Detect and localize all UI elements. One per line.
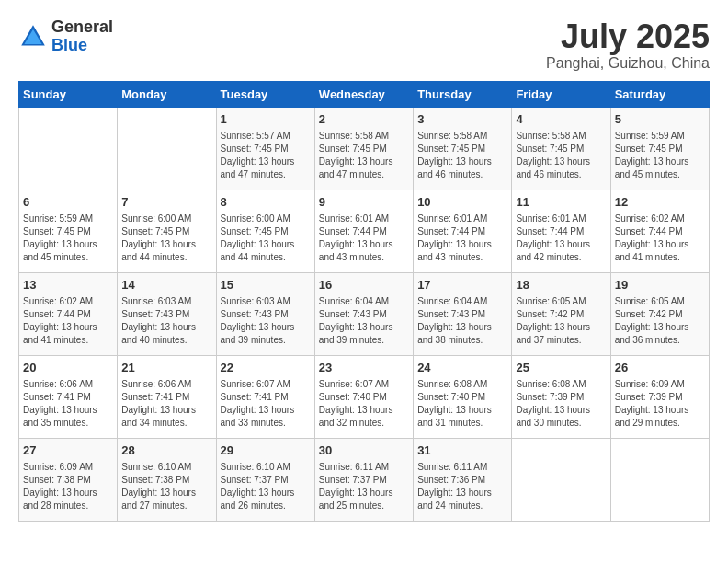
day-cell: 18Sunrise: 6:05 AM Sunset: 7:42 PM Dayli… <box>512 272 610 355</box>
day-info: Sunrise: 6:09 AM Sunset: 7:38 PM Dayligh… <box>23 461 113 512</box>
day-cell: 24Sunrise: 6:08 AM Sunset: 7:40 PM Dayli… <box>414 355 512 438</box>
day-number: 16 <box>319 277 409 293</box>
day-cell: 15Sunrise: 6:03 AM Sunset: 7:43 PM Dayli… <box>216 272 314 355</box>
day-info: Sunrise: 6:09 AM Sunset: 7:39 PM Dayligh… <box>615 378 705 430</box>
column-header-thursday: Thursday <box>414 81 512 107</box>
day-info: Sunrise: 6:10 AM Sunset: 7:37 PM Dayligh… <box>221 461 311 512</box>
day-number: 29 <box>221 442 311 459</box>
week-row-4: 20Sunrise: 6:06 AM Sunset: 7:41 PM Dayli… <box>19 355 710 438</box>
column-header-tuesday: Tuesday <box>216 81 314 107</box>
day-cell: 28Sunrise: 6:10 AM Sunset: 7:38 PM Dayli… <box>118 438 216 521</box>
day-cell: 21Sunrise: 6:06 AM Sunset: 7:41 PM Dayli… <box>118 355 216 438</box>
column-header-friday: Friday <box>512 81 610 107</box>
day-info: Sunrise: 6:00 AM Sunset: 7:45 PM Dayligh… <box>221 213 311 264</box>
day-number: 8 <box>221 194 311 211</box>
title-block: July 2025 Panghai, Guizhou, China <box>546 18 710 72</box>
day-number: 18 <box>516 277 606 293</box>
day-number: 14 <box>121 277 211 293</box>
day-number: 4 <box>516 111 606 128</box>
day-number: 28 <box>121 442 211 459</box>
day-number: 3 <box>417 111 507 128</box>
day-cell: 11Sunrise: 6:01 AM Sunset: 7:44 PM Dayli… <box>512 190 610 272</box>
day-cell: 31Sunrise: 6:11 AM Sunset: 7:36 PM Dayli… <box>414 438 512 521</box>
day-info: Sunrise: 6:04 AM Sunset: 7:43 PM Dayligh… <box>319 295 409 347</box>
day-number: 21 <box>121 360 211 376</box>
day-number: 25 <box>516 360 606 376</box>
day-cell <box>118 107 216 190</box>
day-cell: 1Sunrise: 5:57 AM Sunset: 7:45 PM Daylig… <box>216 107 314 190</box>
day-number: 19 <box>615 277 705 293</box>
day-cell: 25Sunrise: 6:08 AM Sunset: 7:39 PM Dayli… <box>512 355 610 438</box>
logo-text: General Blue <box>51 18 113 55</box>
day-info: Sunrise: 5:59 AM Sunset: 7:45 PM Dayligh… <box>615 130 705 181</box>
column-header-wednesday: Wednesday <box>314 81 413 107</box>
day-info: Sunrise: 6:01 AM Sunset: 7:44 PM Dayligh… <box>319 213 409 264</box>
day-number: 26 <box>615 360 705 376</box>
day-info: Sunrise: 6:11 AM Sunset: 7:37 PM Dayligh… <box>319 461 409 512</box>
day-number: 27 <box>23 442 113 459</box>
day-cell: 29Sunrise: 6:10 AM Sunset: 7:37 PM Dayli… <box>216 438 314 521</box>
day-info: Sunrise: 6:00 AM Sunset: 7:45 PM Dayligh… <box>121 213 211 264</box>
day-info: Sunrise: 6:08 AM Sunset: 7:39 PM Dayligh… <box>516 378 606 430</box>
day-info: Sunrise: 6:02 AM Sunset: 7:44 PM Dayligh… <box>615 213 705 264</box>
day-info: Sunrise: 6:02 AM Sunset: 7:44 PM Dayligh… <box>23 295 113 347</box>
day-info: Sunrise: 6:01 AM Sunset: 7:44 PM Dayligh… <box>417 213 507 264</box>
week-row-5: 27Sunrise: 6:09 AM Sunset: 7:38 PM Dayli… <box>19 438 710 521</box>
day-number: 10 <box>417 194 507 211</box>
day-info: Sunrise: 6:07 AM Sunset: 7:41 PM Dayligh… <box>221 378 311 430</box>
day-info: Sunrise: 6:11 AM Sunset: 7:36 PM Dayligh… <box>417 461 507 512</box>
day-cell: 8Sunrise: 6:00 AM Sunset: 7:45 PM Daylig… <box>216 190 314 272</box>
day-cell <box>610 438 709 521</box>
day-number: 1 <box>221 111 311 128</box>
day-cell: 7Sunrise: 6:00 AM Sunset: 7:45 PM Daylig… <box>118 190 216 272</box>
day-cell: 4Sunrise: 5:58 AM Sunset: 7:45 PM Daylig… <box>512 107 610 190</box>
logo: General Blue <box>18 18 113 55</box>
column-header-monday: Monday <box>118 81 216 107</box>
logo-icon <box>18 22 48 52</box>
day-info: Sunrise: 6:01 AM Sunset: 7:44 PM Dayligh… <box>516 213 606 264</box>
day-cell: 5Sunrise: 5:59 AM Sunset: 7:45 PM Daylig… <box>610 107 709 190</box>
day-cell: 2Sunrise: 5:58 AM Sunset: 7:45 PM Daylig… <box>314 107 413 190</box>
day-info: Sunrise: 6:03 AM Sunset: 7:43 PM Dayligh… <box>221 295 311 347</box>
week-row-2: 6Sunrise: 5:59 AM Sunset: 7:45 PM Daylig… <box>19 190 710 272</box>
calendar-subtitle: Panghai, Guizhou, China <box>546 55 710 72</box>
calendar-table: SundayMondayTuesdayWednesdayThursdayFrid… <box>18 81 710 522</box>
day-cell <box>19 107 118 190</box>
day-info: Sunrise: 5:58 AM Sunset: 7:45 PM Dayligh… <box>319 130 409 181</box>
day-cell <box>512 438 610 521</box>
day-cell: 16Sunrise: 6:04 AM Sunset: 7:43 PM Dayli… <box>314 272 413 355</box>
day-info: Sunrise: 6:06 AM Sunset: 7:41 PM Dayligh… <box>121 378 211 430</box>
day-cell: 23Sunrise: 6:07 AM Sunset: 7:40 PM Dayli… <box>314 355 413 438</box>
day-cell: 19Sunrise: 6:05 AM Sunset: 7:42 PM Dayli… <box>610 272 709 355</box>
day-info: Sunrise: 6:10 AM Sunset: 7:38 PM Dayligh… <box>121 461 211 512</box>
day-cell: 13Sunrise: 6:02 AM Sunset: 7:44 PM Dayli… <box>19 272 118 355</box>
day-cell: 30Sunrise: 6:11 AM Sunset: 7:37 PM Dayli… <box>314 438 413 521</box>
day-number: 9 <box>319 194 409 211</box>
day-number: 23 <box>319 360 409 376</box>
day-info: Sunrise: 6:04 AM Sunset: 7:43 PM Dayligh… <box>417 295 507 347</box>
day-cell: 9Sunrise: 6:01 AM Sunset: 7:44 PM Daylig… <box>314 190 413 272</box>
day-cell: 10Sunrise: 6:01 AM Sunset: 7:44 PM Dayli… <box>414 190 512 272</box>
day-info: Sunrise: 6:08 AM Sunset: 7:40 PM Dayligh… <box>417 378 507 430</box>
day-cell: 3Sunrise: 5:58 AM Sunset: 7:45 PM Daylig… <box>414 107 512 190</box>
logo-general: General <box>51 17 113 36</box>
day-cell: 27Sunrise: 6:09 AM Sunset: 7:38 PM Dayli… <box>19 438 118 521</box>
day-number: 30 <box>319 442 409 459</box>
week-row-3: 13Sunrise: 6:02 AM Sunset: 7:44 PM Dayli… <box>19 272 710 355</box>
column-header-sunday: Sunday <box>19 81 118 107</box>
day-number: 22 <box>221 360 311 376</box>
day-info: Sunrise: 6:05 AM Sunset: 7:42 PM Dayligh… <box>516 295 606 347</box>
day-cell: 17Sunrise: 6:04 AM Sunset: 7:43 PM Dayli… <box>414 272 512 355</box>
day-number: 2 <box>319 111 409 128</box>
day-cell: 20Sunrise: 6:06 AM Sunset: 7:41 PM Dayli… <box>19 355 118 438</box>
day-info: Sunrise: 6:06 AM Sunset: 7:41 PM Dayligh… <box>23 378 113 430</box>
day-info: Sunrise: 5:59 AM Sunset: 7:45 PM Dayligh… <box>23 213 113 264</box>
day-number: 13 <box>23 277 113 293</box>
day-info: Sunrise: 6:05 AM Sunset: 7:42 PM Dayligh… <box>615 295 705 347</box>
day-number: 31 <box>417 442 507 459</box>
day-info: Sunrise: 5:57 AM Sunset: 7:45 PM Dayligh… <box>221 130 311 181</box>
day-number: 7 <box>121 194 211 211</box>
day-info: Sunrise: 5:58 AM Sunset: 7:45 PM Dayligh… <box>516 130 606 181</box>
column-header-saturday: Saturday <box>610 81 709 107</box>
day-cell: 14Sunrise: 6:03 AM Sunset: 7:43 PM Dayli… <box>118 272 216 355</box>
